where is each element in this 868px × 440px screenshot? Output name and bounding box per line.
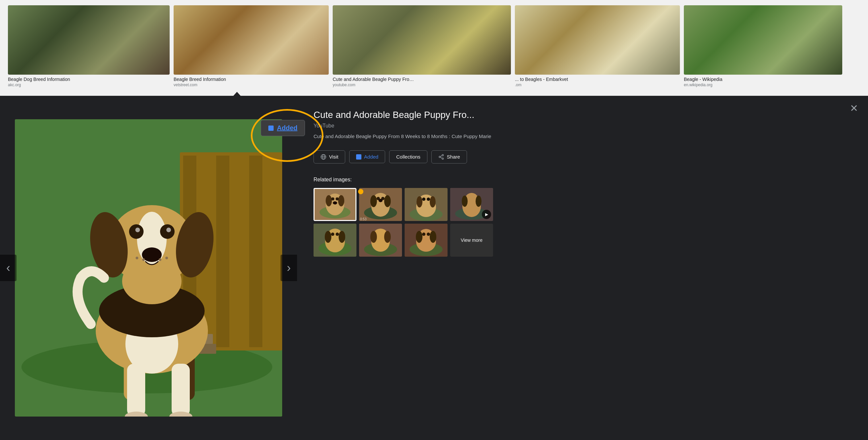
panel-arrow bbox=[230, 92, 244, 99]
svg-point-89 bbox=[384, 231, 391, 243]
main-image-section: ‹ bbox=[0, 96, 297, 440]
svg-point-28 bbox=[135, 228, 140, 232]
collections-label: Collections bbox=[396, 154, 420, 159]
svg-point-96 bbox=[422, 233, 426, 236]
svg-point-67 bbox=[430, 196, 436, 207]
image-card-4[interactable]: ... to Beagles - Embarkvet .om bbox=[515, 5, 680, 87]
related-images-grid: 0:53 bbox=[313, 188, 851, 257]
action-buttons: Visit Added Collections Share bbox=[313, 150, 851, 164]
visit-label: Visit bbox=[329, 154, 338, 159]
svg-point-48 bbox=[338, 195, 344, 206]
svg-point-38 bbox=[442, 154, 443, 156]
card-source-4: .om bbox=[515, 83, 680, 87]
detail-panel: ‹ bbox=[0, 96, 868, 440]
svg-rect-5 bbox=[216, 155, 229, 347]
image-title: Cute and Adorable Beagle Puppy Fro... bbox=[313, 109, 851, 121]
play-icon: ▶ bbox=[482, 210, 491, 219]
card-title-4: ... to Beagles - Embarkvet bbox=[515, 77, 597, 82]
collections-button[interactable]: Collections bbox=[389, 150, 427, 163]
svg-point-97 bbox=[427, 233, 430, 236]
svg-point-60 bbox=[378, 199, 382, 202]
image-card-3[interactable]: Cute and Adorable Beagle Puppy From 8 ..… bbox=[333, 5, 511, 87]
visit-button[interactable]: Visit bbox=[313, 150, 345, 164]
image-source: YouTube bbox=[313, 123, 851, 129]
share-label: Share bbox=[447, 154, 460, 159]
svg-text:0:53: 0:53 bbox=[360, 217, 367, 221]
svg-point-74 bbox=[462, 196, 468, 207]
card-source-2: vetstreet.com bbox=[174, 83, 329, 87]
right-arrow-icon: › bbox=[287, 261, 291, 275]
related-thumb-5[interactable] bbox=[313, 224, 356, 257]
svg-point-30 bbox=[142, 247, 162, 262]
floating-added-button: Added bbox=[261, 120, 305, 136]
svg-point-82 bbox=[331, 233, 334, 236]
image-card-5[interactable]: Beagle - Wikipedia en.wikipedia.org bbox=[684, 5, 842, 87]
card-title-5: Beagle - Wikipedia bbox=[684, 77, 766, 82]
nav-arrow-left[interactable]: ‹ bbox=[0, 255, 17, 281]
floating-added-text: Added bbox=[277, 124, 298, 132]
svg-point-57 bbox=[384, 195, 391, 207]
related-thumb-2[interactable]: 0:53 bbox=[359, 188, 402, 221]
svg-point-69 bbox=[427, 198, 430, 201]
svg-point-68 bbox=[422, 198, 426, 201]
card-title-3: Cute and Adorable Beagle Puppy From 8 ..… bbox=[333, 77, 415, 82]
related-label: Related images: bbox=[313, 177, 851, 183]
related-thumb-7[interactable] bbox=[405, 224, 447, 257]
related-thumb-view-more[interactable]: View more bbox=[450, 224, 493, 257]
svg-rect-6 bbox=[233, 155, 246, 347]
svg-point-88 bbox=[370, 231, 377, 243]
card-source-1: akc.org bbox=[8, 83, 169, 87]
added-label: Added bbox=[364, 154, 378, 159]
svg-point-50 bbox=[336, 197, 339, 200]
svg-point-56 bbox=[370, 195, 377, 207]
svg-point-39 bbox=[439, 156, 441, 158]
related-thumb-4[interactable]: ▶ bbox=[450, 188, 493, 221]
image-card-1[interactable]: Beagle Dog Breed Information akc.org bbox=[8, 5, 169, 87]
svg-point-32 bbox=[142, 258, 145, 261]
svg-point-81 bbox=[339, 231, 345, 243]
related-thumb-1[interactable] bbox=[313, 188, 356, 221]
card-source-3: youtube.com bbox=[333, 83, 511, 87]
card-title-1: Beagle Dog Breed Information bbox=[8, 77, 90, 82]
close-button[interactable]: ✕ bbox=[850, 102, 858, 114]
globe-icon bbox=[320, 154, 327, 160]
info-panel: ✕ Cute and Adorable Beagle Puppy Fro... … bbox=[297, 96, 868, 440]
svg-point-33 bbox=[159, 258, 161, 261]
left-arrow-icon: ‹ bbox=[6, 261, 10, 275]
svg-point-83 bbox=[336, 233, 339, 236]
image-description: Cute and Adorable Beagle Puppy From 8 We… bbox=[313, 133, 851, 140]
added-blue-square-icon bbox=[356, 154, 362, 159]
view-more-text: View more bbox=[461, 237, 483, 243]
svg-point-47 bbox=[326, 195, 332, 206]
related-thumb-3[interactable] bbox=[405, 188, 447, 221]
svg-point-31 bbox=[136, 257, 138, 259]
svg-point-80 bbox=[325, 231, 331, 243]
svg-rect-8 bbox=[266, 155, 282, 347]
svg-line-41 bbox=[440, 157, 442, 158]
svg-rect-18 bbox=[172, 364, 190, 416]
image-grid: Beagle Dog Breed Information akc.org Bea… bbox=[0, 0, 868, 102]
floating-blue-square-icon bbox=[268, 125, 274, 131]
svg-line-42 bbox=[440, 155, 442, 156]
nav-arrow-right[interactable]: › bbox=[281, 255, 297, 281]
svg-point-51 bbox=[333, 201, 337, 204]
main-image bbox=[15, 119, 282, 416]
svg-point-34 bbox=[165, 257, 168, 259]
svg-point-75 bbox=[475, 196, 482, 207]
svg-point-95 bbox=[430, 231, 436, 243]
svg-point-29 bbox=[166, 228, 171, 232]
svg-rect-7 bbox=[249, 155, 262, 347]
share-icon bbox=[438, 154, 444, 160]
added-button[interactable]: Added bbox=[349, 150, 385, 163]
related-thumb-6[interactable] bbox=[359, 224, 402, 257]
card-source-5: en.wikipedia.org bbox=[684, 83, 842, 87]
share-button[interactable]: Share bbox=[431, 150, 467, 164]
svg-point-66 bbox=[416, 196, 423, 207]
card-title-2: Beagle Breed Information bbox=[174, 77, 256, 82]
svg-point-49 bbox=[331, 197, 334, 200]
svg-point-94 bbox=[416, 231, 423, 243]
svg-point-40 bbox=[442, 158, 443, 159]
image-card-2[interactable]: Beagle Breed Information vetstreet.com bbox=[174, 5, 329, 87]
svg-rect-17 bbox=[127, 364, 145, 416]
